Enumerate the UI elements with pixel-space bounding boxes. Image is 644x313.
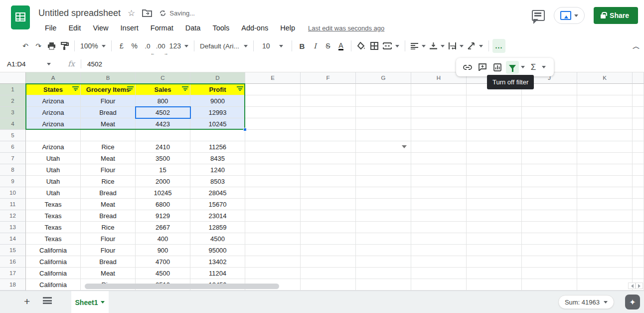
cell-K17[interactable] <box>577 268 633 279</box>
cell-C7[interactable]: 3500 <box>136 153 190 164</box>
cell-K8[interactable] <box>577 164 633 176</box>
cell-C6[interactable]: 2410 <box>136 141 190 153</box>
cell-J3[interactable] <box>522 107 577 118</box>
cell-K10[interactable] <box>577 187 633 199</box>
fill-color-button[interactable] <box>355 39 368 53</box>
cell-C2[interactable]: 800 <box>136 95 190 107</box>
cell-H10[interactable] <box>411 187 467 199</box>
cell-D13[interactable]: 12859 <box>190 222 245 233</box>
collapse-toolbar-icon[interactable]: ︿ <box>633 42 640 51</box>
cell-A9[interactable]: Utah <box>26 176 81 187</box>
cell-C16[interactable]: 4700 <box>136 256 190 268</box>
cell-C14[interactable]: 400 <box>136 233 190 245</box>
cell-E2[interactable] <box>245 95 301 107</box>
filter-views-chevron-icon[interactable] <box>521 66 525 70</box>
filter-button[interactable] <box>506 61 519 74</box>
row-header-2[interactable]: 2 <box>0 95 26 107</box>
cell-G1[interactable] <box>356 84 411 95</box>
cell-F12[interactable] <box>301 210 356 222</box>
cell-I12[interactable] <box>467 210 522 222</box>
cell-F5[interactable] <box>301 130 356 141</box>
row-header-15[interactable]: 15 <box>0 245 26 256</box>
cell-F13[interactable] <box>301 222 356 233</box>
cell-E16[interactable] <box>245 256 301 268</box>
cell-B3[interactable]: Bread <box>81 107 136 118</box>
cell-B12[interactable]: Bread <box>81 210 136 222</box>
cell-K11[interactable] <box>577 199 633 210</box>
cell-F6[interactable] <box>301 141 356 153</box>
cell-H18[interactable] <box>411 279 467 291</box>
cell-I8[interactable] <box>467 164 522 176</box>
cell-D12[interactable]: 23014 <box>190 210 245 222</box>
insert-link-button[interactable] <box>461 61 474 74</box>
cell-F11[interactable] <box>301 199 356 210</box>
cell-A10[interactable]: Utah <box>26 187 81 199</box>
format-percent-button[interactable]: % <box>128 39 141 53</box>
cell-C4[interactable]: 4423 <box>136 118 190 130</box>
cell-B10[interactable]: Bread <box>81 187 136 199</box>
cell-K12[interactable] <box>577 210 633 222</box>
cell-I13[interactable] <box>467 222 522 233</box>
cell-C13[interactable]: 2667 <box>136 222 190 233</box>
row-header-14[interactable]: 14 <box>0 233 26 245</box>
cell-H13[interactable] <box>411 222 467 233</box>
cell-J13[interactable] <box>522 222 577 233</box>
menu-view[interactable]: View <box>87 22 114 34</box>
cell-A7[interactable]: Utah <box>26 153 81 164</box>
cell-D15[interactable]: 95000 <box>190 245 245 256</box>
cell-J15[interactable] <box>522 245 577 256</box>
column-header-D[interactable]: D <box>190 72 245 84</box>
cell-E9[interactable] <box>245 176 301 187</box>
cell-K5[interactable] <box>577 130 633 141</box>
cell-x15[interactable] <box>633 245 644 256</box>
cell-G17[interactable] <box>356 268 411 279</box>
decrease-decimals-button[interactable]: .0← <box>141 39 154 53</box>
row-header-9[interactable]: 9 <box>0 176 26 187</box>
cell-D14[interactable]: 4500 <box>190 233 245 245</box>
cell-K7[interactable] <box>577 153 633 164</box>
column-header-E[interactable]: E <box>245 72 301 84</box>
cell-B8[interactable]: Flour <box>81 164 136 176</box>
cell-E6[interactable] <box>245 141 301 153</box>
cell-K16[interactable] <box>577 256 633 268</box>
cell-H12[interactable] <box>411 210 467 222</box>
undo-button[interactable]: ↶ <box>19 39 32 53</box>
cell-x1[interactable] <box>633 84 644 95</box>
cell-B7[interactable]: Meat <box>81 153 136 164</box>
cell-E15[interactable] <box>245 245 301 256</box>
menu-edit[interactable]: Edit <box>62 22 87 34</box>
bold-button[interactable]: B <box>296 39 309 53</box>
cell-J17[interactable] <box>522 268 577 279</box>
text-rotation-button[interactable] <box>466 39 485 53</box>
cell-E10[interactable] <box>245 187 301 199</box>
cell-D5[interactable] <box>190 130 245 141</box>
cell-F16[interactable] <box>301 256 356 268</box>
cell-D17[interactable]: 11204 <box>190 268 245 279</box>
cell-D3[interactable]: 12993 <box>190 107 245 118</box>
row-header-11[interactable]: 11 <box>0 199 26 210</box>
cell-A17[interactable]: California <box>26 268 81 279</box>
cell-D1[interactable]: Profit <box>190 84 245 95</box>
cell-G3[interactable] <box>356 107 411 118</box>
cell-F17[interactable] <box>301 268 356 279</box>
cell-I4[interactable] <box>467 118 522 130</box>
cell-A1[interactable]: States <box>26 84 81 95</box>
row-header-1[interactable]: 1 <box>0 84 26 95</box>
cell-B4[interactable]: Meat <box>81 118 136 130</box>
cell-A16[interactable]: California <box>26 256 81 268</box>
menu-tools[interactable]: Tools <box>206 22 235 34</box>
zoom-select[interactable]: 100% <box>78 39 108 53</box>
cell-D4[interactable]: 10245 <box>190 118 245 130</box>
cell-H7[interactable] <box>411 153 467 164</box>
cell-F3[interactable] <box>301 107 356 118</box>
cell-H14[interactable] <box>411 233 467 245</box>
cell-F8[interactable] <box>301 164 356 176</box>
cell-x6[interactable] <box>633 141 644 153</box>
cell-A8[interactable]: Utah <box>26 164 81 176</box>
cell-D2[interactable]: 9000 <box>190 95 245 107</box>
cell-C5[interactable] <box>136 130 190 141</box>
cell-B15[interactable]: Flour <box>81 245 136 256</box>
cell-K15[interactable] <box>577 245 633 256</box>
row-header-5[interactable]: 5 <box>0 130 26 141</box>
cell-I15[interactable] <box>467 245 522 256</box>
